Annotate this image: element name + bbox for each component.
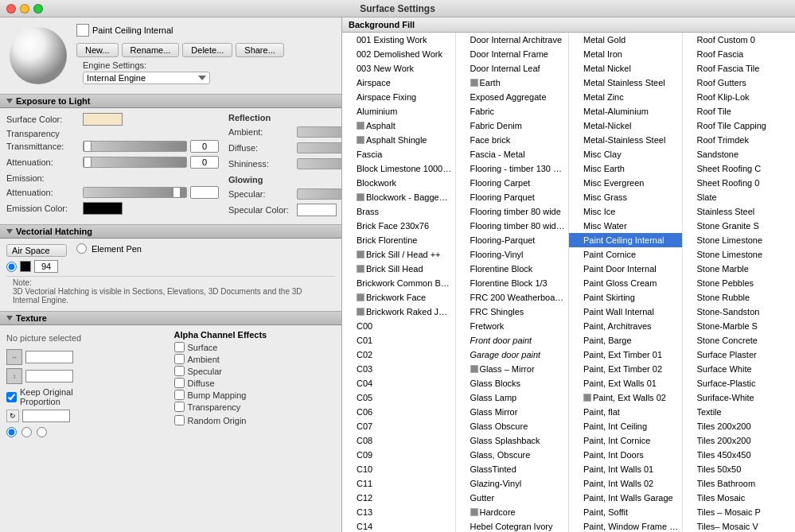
list-item[interactable]: Flooring Parquet (456, 190, 569, 204)
transmittance-input[interactable]: 0 (190, 140, 219, 153)
list-item[interactable]: Exposed Aggregate (456, 90, 569, 104)
list-item[interactable]: Metal-Stainless Steel (569, 133, 682, 147)
list-item[interactable]: Misc Grass (569, 190, 682, 204)
texture-width-input[interactable]: 1000.0 (25, 351, 73, 363)
list-item[interactable]: Brick Florentine (342, 233, 455, 247)
list-item[interactable]: C14 (342, 519, 455, 532)
list-item[interactable]: C13 (342, 505, 455, 519)
rotate-input[interactable]: 0.00° (22, 410, 70, 422)
list-item[interactable]: Blockwork - Bagged and Paint (342, 190, 455, 204)
list-item[interactable]: Tiles 200x200 (683, 419, 796, 433)
texture-radio-3[interactable] (37, 427, 47, 437)
list-item[interactable]: C01 (342, 333, 455, 348)
keep-original-checkbox[interactable] (6, 392, 17, 402)
list-item[interactable]: Stone-Sandston (683, 305, 796, 319)
list-item[interactable]: GlassTinted (456, 462, 569, 476)
list-item[interactable]: Sandstone (683, 147, 796, 161)
list-item[interactable]: Roof Gutters (683, 76, 796, 90)
list-item[interactable]: Brick Sill / Head ++ (342, 247, 455, 262)
list-item[interactable]: C00 (342, 319, 455, 333)
list-item[interactable]: Fretwork (456, 319, 569, 333)
list-item[interactable]: C12 (342, 491, 455, 505)
list-item[interactable]: Glass Splashback (456, 433, 569, 448)
list-item[interactable]: Roof Custom 0 (683, 33, 796, 47)
diffuse-slider[interactable] (297, 142, 342, 153)
list-item[interactable]: 001 Existing Work (342, 33, 455, 47)
list-item[interactable]: Fabric (456, 104, 569, 118)
list-item[interactable]: C09 (342, 448, 455, 462)
list-item[interactable]: 003 New Work (342, 61, 455, 76)
list-item[interactable]: Brass (342, 204, 455, 219)
list-item[interactable]: Hebel Cotegran Ivory (456, 519, 569, 532)
list-item[interactable]: Misc Earth (569, 161, 682, 176)
list-item[interactable]: Paint Skirting (569, 290, 682, 305)
list-item[interactable]: Paint, Ext Timber 02 (569, 362, 682, 376)
list-item[interactable]: FRC Shingles (456, 305, 569, 319)
pen-color-swatch[interactable] (20, 261, 31, 272)
element-pen-radio[interactable] (76, 243, 87, 254)
transmittance-slider[interactable] (83, 141, 187, 152)
list-item[interactable]: Paint Door Internal (569, 262, 682, 276)
list-item[interactable]: Front door paint (456, 333, 569, 348)
list-item[interactable]: Stone Marble (683, 262, 796, 276)
list-item[interactable]: Surface Plaster (683, 348, 796, 362)
list-item[interactable]: Fabric Denim (456, 118, 569, 133)
list-item[interactable]: Metal Zinc (569, 90, 682, 104)
list-item[interactable]: C08 (342, 433, 455, 448)
list-item[interactable]: Tiles– Mosaic V (683, 519, 796, 532)
list-item[interactable]: Tiles 50x50 (683, 462, 796, 476)
alpha-ambient-checkbox[interactable] (174, 354, 185, 364)
list-item[interactable]: Gutter (456, 491, 569, 505)
list-item[interactable]: Paint, Ext Timber 01 (569, 348, 682, 362)
list-item[interactable]: Glass – Mirror (456, 362, 569, 376)
list-item[interactable]: Paint, Int Walls Garage (569, 491, 682, 505)
list-item[interactable]: Door Internal Architrave (456, 33, 569, 47)
ambient-slider[interactable] (297, 126, 342, 138)
list-item[interactable]: Door Internal Leaf (456, 61, 569, 76)
list-item[interactable]: Misc Ice (569, 204, 682, 219)
list-item[interactable]: Paint Gloss Cream (569, 276, 682, 290)
list-item[interactable]: Sheet Roofing C (683, 161, 796, 176)
list-item[interactable]: Roof Fascia Tile (683, 61, 796, 76)
list-item[interactable]: Earth (456, 76, 569, 90)
list-item[interactable]: Aluminium (342, 104, 455, 118)
random-origin-checkbox[interactable] (174, 415, 185, 425)
list-item[interactable]: Asphalt Shingle (342, 133, 455, 147)
list-item[interactable]: Airspace (342, 76, 455, 90)
maximize-button[interactable] (33, 4, 43, 14)
list-item[interactable]: Flooring - timber 130 wide (456, 161, 569, 176)
share-button[interactable]: Share... (236, 43, 284, 57)
list-item[interactable]: Fascia - Metal (456, 147, 569, 161)
list-item[interactable]: C04 (342, 376, 455, 390)
list-item[interactable]: Surface White (683, 362, 796, 376)
list-item[interactable]: Flooring-Parquet (456, 233, 569, 247)
list-item[interactable]: FRC 200 Weatherboards (456, 290, 569, 305)
list-item[interactable]: C07 (342, 419, 455, 433)
vectorial-header[interactable]: Vectorial Hatching (0, 224, 341, 239)
list-item[interactable]: Paint, flat (569, 405, 682, 419)
list-item[interactable]: Paint, Architraves (569, 319, 682, 333)
emission-color-well[interactable] (83, 202, 123, 215)
list-item[interactable]: Metal Iron (569, 47, 682, 61)
list-item[interactable]: Stone Limestone (683, 233, 796, 247)
list-item[interactable]: Paint Ceiling Internal (569, 233, 682, 247)
list-item[interactable]: Florentine Block 1/3 (456, 276, 569, 290)
texture-header[interactable]: Texture (0, 311, 341, 325)
list-item[interactable]: Misc Clay (569, 147, 682, 161)
list-item[interactable]: Florentine Block (456, 262, 569, 276)
emission-attenuation-slider[interactable] (83, 187, 187, 198)
list-item[interactable]: Surface-Plastic (683, 376, 796, 390)
list-item[interactable]: Roof Klip-Lok (683, 90, 796, 104)
list-item[interactable]: Stone Pebbles (683, 276, 796, 290)
list-item[interactable]: Metal Gold (569, 33, 682, 47)
list-item[interactable]: Suriface-White (683, 390, 796, 405)
list-item[interactable]: Paint, Window Frame 01 (569, 519, 682, 532)
list-item[interactable]: Airspace Fixing (342, 90, 455, 104)
list-item[interactable]: Flooring Carpet (456, 176, 569, 190)
list-item[interactable]: Paint, Int Cornice (569, 433, 682, 448)
list-item[interactable]: C02 (342, 348, 455, 362)
list-item[interactable]: Metal Stainless Steel (569, 76, 682, 90)
list-item[interactable]: Metal Nickel (569, 61, 682, 76)
list-item[interactable]: Roof Tile (683, 104, 796, 118)
list-item[interactable]: Glass, Obscure (456, 448, 569, 462)
